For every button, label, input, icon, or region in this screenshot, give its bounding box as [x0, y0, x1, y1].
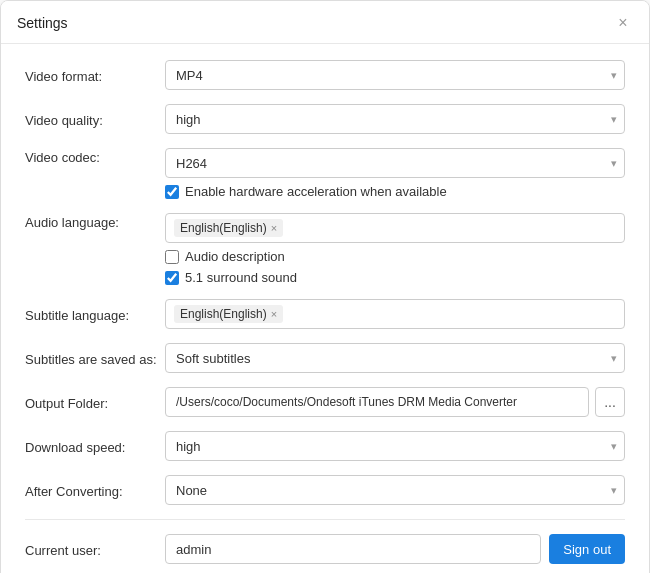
download-speed-select[interactable]: high medium low: [165, 431, 625, 461]
download-speed-label: Download speed:: [25, 438, 165, 455]
hardware-acceleration-checkbox[interactable]: [165, 185, 179, 199]
subtitle-language-tag-text: English(English): [180, 307, 267, 321]
current-user-input-row: Sign out: [165, 534, 625, 564]
subtitle-language-label: Subtitle language:: [25, 306, 165, 323]
download-speed-select-wrapper: high medium low ▾: [165, 431, 625, 461]
download-speed-field: high medium low ▾: [165, 431, 625, 461]
subtitle-language-tag-input[interactable]: English(English) ×: [165, 299, 625, 329]
surround-sound-row: 5.1 surround sound: [165, 270, 625, 285]
audio-description-row: Audio description: [165, 249, 625, 264]
video-format-select-wrapper: MP4 MKV MOV AVI ▾: [165, 60, 625, 90]
video-format-row: Video format: MP4 MKV MOV AVI ▾: [25, 60, 625, 90]
surround-sound-label: 5.1 surround sound: [185, 270, 297, 285]
video-format-select[interactable]: MP4 MKV MOV AVI: [165, 60, 625, 90]
audio-language-row: Audio language: English(English) × Audio…: [25, 213, 625, 285]
audio-language-field: English(English) × Audio description 5.1…: [165, 213, 625, 285]
download-speed-row: Download speed: high medium low ▾: [25, 431, 625, 461]
subtitles-saved-as-select-wrapper: Soft subtitles Hard subtitles ▾: [165, 343, 625, 373]
audio-language-tag: English(English) ×: [174, 219, 283, 237]
close-button[interactable]: ×: [613, 13, 633, 33]
after-converting-select-wrapper: None Open folder Shut down ▾: [165, 475, 625, 505]
video-format-field: MP4 MKV MOV AVI ▾: [165, 60, 625, 90]
current-user-label: Current user:: [25, 541, 165, 558]
video-quality-row: Video quality: high medium low ▾: [25, 104, 625, 134]
output-folder-input[interactable]: [165, 387, 589, 417]
output-folder-row: Output Folder: ...: [25, 387, 625, 417]
subtitle-language-row: Subtitle language: English(English) ×: [25, 299, 625, 329]
audio-language-tag-input[interactable]: English(English) ×: [165, 213, 625, 243]
video-codec-select-wrapper: H264 H265 AV1 ▾: [165, 148, 625, 178]
video-codec-label: Video codec:: [25, 148, 165, 165]
video-quality-select[interactable]: high medium low: [165, 104, 625, 134]
video-format-label: Video format:: [25, 67, 165, 84]
video-codec-field: H264 H265 AV1 ▾ Enable hardware accelera…: [165, 148, 625, 199]
output-folder-label: Output Folder:: [25, 394, 165, 411]
sign-out-button[interactable]: Sign out: [549, 534, 625, 564]
current-user-field: Sign out: [165, 534, 625, 564]
video-codec-select[interactable]: H264 H265 AV1: [165, 148, 625, 178]
audio-language-tag-close[interactable]: ×: [271, 222, 277, 234]
video-codec-row: Video codec: H264 H265 AV1 ▾ Enable hard…: [25, 148, 625, 199]
after-converting-label: After Converting:: [25, 482, 165, 499]
hardware-acceleration-label: Enable hardware acceleration when availa…: [185, 184, 447, 199]
subtitles-saved-as-row: Subtitles are saved as: Soft subtitles H…: [25, 343, 625, 373]
subtitle-language-tag: English(English) ×: [174, 305, 283, 323]
current-user-input[interactable]: [165, 534, 541, 564]
video-quality-field: high medium low ▾: [165, 104, 625, 134]
audio-description-label: Audio description: [185, 249, 285, 264]
divider: [25, 519, 625, 520]
audio-language-label: Audio language:: [25, 213, 165, 230]
current-user-row: Current user: Sign out: [25, 534, 625, 564]
subtitle-language-field: English(English) ×: [165, 299, 625, 329]
subtitles-saved-as-label: Subtitles are saved as:: [25, 350, 165, 367]
hardware-acceleration-row: Enable hardware acceleration when availa…: [165, 184, 625, 199]
surround-sound-checkbox[interactable]: [165, 271, 179, 285]
video-quality-label: Video quality:: [25, 111, 165, 128]
after-converting-row: After Converting: None Open folder Shut …: [25, 475, 625, 505]
audio-description-checkbox[interactable]: [165, 250, 179, 264]
after-converting-select[interactable]: None Open folder Shut down: [165, 475, 625, 505]
output-folder-field: ...: [165, 387, 625, 417]
after-converting-field: None Open folder Shut down ▾: [165, 475, 625, 505]
audio-language-tag-text: English(English): [180, 221, 267, 235]
title-bar: Settings ×: [1, 1, 649, 44]
window-title: Settings: [17, 15, 68, 31]
output-folder-input-row: ...: [165, 387, 625, 417]
subtitles-saved-as-select[interactable]: Soft subtitles Hard subtitles: [165, 343, 625, 373]
output-folder-browse-button[interactable]: ...: [595, 387, 625, 417]
settings-window: Settings × Video format: MP4 MKV MOV AVI…: [0, 0, 650, 573]
subtitles-saved-as-field: Soft subtitles Hard subtitles ▾: [165, 343, 625, 373]
subtitle-language-tag-close[interactable]: ×: [271, 308, 277, 320]
video-quality-select-wrapper: high medium low ▾: [165, 104, 625, 134]
settings-content: Video format: MP4 MKV MOV AVI ▾ Video qu…: [1, 44, 649, 573]
